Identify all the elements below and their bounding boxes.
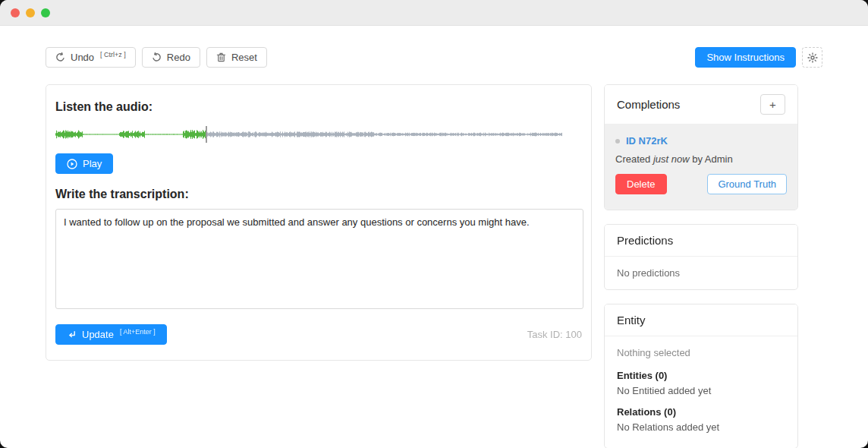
entity-title: Entity (617, 314, 646, 327)
completion-item[interactable]: ID N72rK Created just now by Admin Delet… (605, 125, 797, 210)
entity-header: Entity (605, 304, 797, 336)
entity-panel: Entity Nothing selected Entities (0) No … (604, 304, 798, 448)
completions-title: Completions (617, 98, 680, 111)
play-label: Play (83, 158, 102, 169)
created-suffix: by Admin (690, 153, 733, 165)
created-prefix: Created (615, 153, 653, 165)
toolbar-history-group: Undo[ Ctrl+z ] Redo Reset (46, 47, 267, 68)
completions-header: Completions + (605, 85, 797, 125)
sidebar: Completions + ID N72rK Created just now … (604, 84, 798, 448)
undo-icon (55, 52, 65, 62)
minimize-window-button[interactable] (26, 8, 35, 17)
relations-count-header: Relations (0) (617, 406, 785, 418)
created-time: just now (653, 153, 690, 165)
enter-icon (67, 330, 77, 339)
trash-icon (216, 52, 226, 62)
toolbar: Undo[ Ctrl+z ] Redo Reset (46, 47, 822, 68)
redo-label: Redo (167, 52, 190, 63)
entity-nothing-selected: Nothing selected (617, 347, 785, 358)
transcription-textarea[interactable]: I wanted to follow up on the proposal we… (55, 209, 583, 309)
predictions-body: No predictions (605, 257, 797, 289)
close-window-button[interactable] (11, 8, 20, 17)
audio-heading: Listen the audio: (55, 100, 582, 114)
undo-label: Undo (71, 52, 94, 63)
show-instructions-button[interactable]: Show Instructions (695, 47, 796, 68)
predictions-panel: Predictions No predictions (604, 224, 798, 290)
transcription-heading: Write the transcription: (55, 188, 582, 201)
ground-truth-button[interactable]: Ground Truth (707, 174, 787, 194)
completion-actions: Delete Ground Truth (615, 174, 787, 194)
update-label: Update (82, 329, 114, 340)
redo-button[interactable]: Redo (142, 47, 200, 68)
entity-body: Nothing selected Entities (0) No Entitie… (605, 336, 797, 448)
add-completion-button[interactable]: + (760, 94, 785, 115)
completion-created-line: Created just now by Admin (615, 153, 787, 165)
plus-icon: + (769, 98, 776, 111)
settings-button[interactable] (802, 47, 822, 68)
relations-empty-label: No Relations added yet (617, 421, 785, 433)
play-icon (67, 159, 77, 169)
update-hotkey: [ Alt+Enter ] (120, 328, 156, 336)
entities-count-header: Entities (0) (617, 370, 785, 381)
completions-panel: Completions + ID N72rK Created just now … (604, 84, 798, 210)
update-row: Update[ Alt+Enter ] Task ID: 100 (55, 324, 582, 345)
main-area: Listen the audio: Play Write the transcr… (46, 84, 822, 448)
zoom-window-button[interactable] (41, 8, 50, 17)
task-card: Listen the audio: Play Write the transcr… (46, 84, 592, 361)
app-window: Undo[ Ctrl+z ] Redo Reset (0, 0, 868, 448)
toolbar-settings-group: Show Instructions (695, 47, 822, 68)
update-button[interactable]: Update[ Alt+Enter ] (55, 324, 167, 345)
redo-icon (152, 52, 162, 62)
predictions-header: Predictions (605, 225, 797, 257)
task-id-label: Task ID: 100 (527, 329, 582, 340)
window-titlebar (0, 0, 868, 26)
reset-label: Reset (231, 52, 257, 63)
audio-waveform[interactable] (55, 123, 562, 146)
completion-bullet-icon (615, 139, 620, 144)
entities-empty-label: No Entitied added yet (617, 385, 785, 396)
completion-id-link[interactable]: ID N72rK (626, 135, 668, 147)
delete-completion-button[interactable]: Delete (615, 174, 667, 194)
play-button[interactable]: Play (55, 153, 113, 174)
predictions-title: Predictions (617, 234, 673, 247)
completion-id-row: ID N72rK (615, 135, 787, 147)
gear-icon (807, 52, 818, 63)
show-instructions-label: Show Instructions (706, 52, 785, 63)
reset-button[interactable]: Reset (206, 47, 267, 68)
undo-button[interactable]: Undo[ Ctrl+z ] (46, 47, 136, 68)
undo-hotkey: [ Ctrl+z ] (100, 51, 126, 58)
predictions-empty-label: No predictions (617, 267, 680, 279)
